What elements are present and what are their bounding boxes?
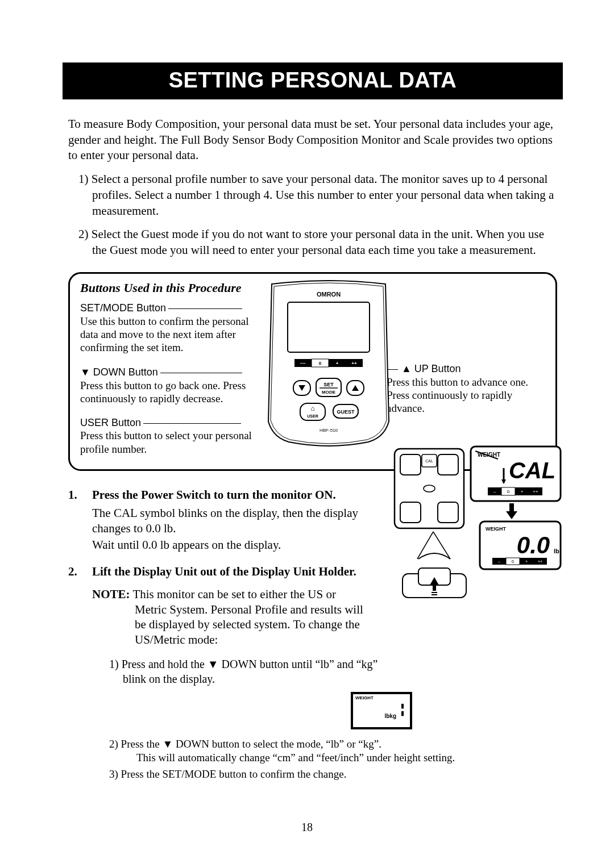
svg-marker-46: [506, 511, 517, 519]
step-1-line2: Wait until 0.0 lb appears on the display…: [92, 537, 359, 553]
leader-line: [160, 373, 242, 373]
svg-text:0: 0: [512, 560, 514, 564]
svg-rect-26: [400, 502, 421, 523]
svg-text:0: 0: [319, 361, 322, 366]
set-mode-head: SET/MODE Button: [80, 302, 166, 314]
set-mode-body: Use this button to confirm the personal …: [80, 315, 254, 354]
step-1-line1: The CAL symbol blinks on the display, th…: [92, 506, 359, 537]
svg-text:+: +: [336, 361, 339, 366]
user-body: Press this button to select your persona…: [80, 429, 254, 455]
svg-text:+: +: [521, 489, 524, 494]
down-body: Press this button to go back one. Press …: [80, 379, 254, 405]
svg-text:–: –: [498, 560, 500, 564]
svg-text:USER: USER: [307, 414, 318, 418]
right-illustration-group: CAL WEIGHT CAL – 0 +: [392, 446, 563, 608]
svg-rect-25: [438, 454, 458, 475]
mini-display-illustration: WEIGHT ▮▮ lbkg: [206, 692, 557, 729]
svg-text:−−: −−: [300, 361, 306, 366]
svg-text:lb: lb: [554, 548, 559, 554]
right-column: ▲ UP Button Press this button to advance…: [387, 362, 543, 415]
svg-rect-24: [400, 454, 421, 475]
svg-rect-45: [509, 503, 514, 511]
section-title: SETTING PERSONAL DATA: [169, 68, 457, 92]
mini-lbkg-bars: ▮▮: [401, 702, 404, 717]
svg-text:++: ++: [538, 560, 542, 564]
step-1-num: 1.: [68, 488, 92, 553]
step-2-sub1: 1) Press and hold the ▼ DOWN button unti…: [109, 657, 396, 686]
svg-text:++: ++: [351, 361, 357, 366]
svg-text:CAL: CAL: [425, 459, 433, 463]
device-illustration: OMRON −− 0 + ++: [255, 279, 403, 452]
leader-line: [143, 423, 241, 424]
svg-point-30: [424, 485, 435, 492]
left-column: SET/MODE Button Use this button to confi…: [80, 301, 254, 456]
buttons-procedure-box: Buttons Used in this Procedure SET/MODE …: [68, 272, 557, 471]
step-2-sub2: 2) Press the ▼ DOWN button to select the…: [109, 737, 557, 751]
svg-rect-65: [432, 592, 437, 593]
step-2-num: 2.: [68, 565, 92, 781]
note-body: This monitor can be set to either the US…: [130, 587, 363, 647]
svg-rect-27: [438, 502, 458, 523]
intro-text: To measure Body Composition, your person…: [68, 116, 557, 164]
user-head: USER Button: [80, 417, 141, 428]
svg-text:MODE: MODE: [322, 390, 336, 395]
step-2-sub2b: This will automatically change “cm” and …: [123, 751, 557, 765]
svg-text:++: ++: [533, 489, 538, 494]
down-block: ▼ DOWN Button Press this button to go ba…: [80, 365, 254, 405]
step-2-sub3: 3) Press the SET/MODE button to confirm …: [109, 767, 557, 781]
up-head: ▲ UP Button: [401, 363, 461, 374]
svg-text:0.0: 0.0: [517, 532, 550, 558]
option-1: 1) Select a personal profile number to s…: [78, 172, 557, 219]
step-1-title: Press the Power Switch to turn the monit…: [92, 488, 359, 502]
leader-line: [168, 308, 242, 309]
svg-text:SET: SET: [323, 382, 334, 387]
svg-text:CAL: CAL: [509, 458, 555, 483]
svg-text:0: 0: [507, 489, 510, 494]
svg-text:–: –: [493, 489, 496, 494]
mini-lbkg: lbkg: [384, 713, 396, 719]
note-label: NOTE:: [92, 587, 130, 601]
svg-text:WEIGHT: WEIGHT: [486, 526, 506, 532]
svg-text:⌂: ⌂: [310, 404, 314, 412]
page-number: 18: [0, 821, 614, 834]
svg-rect-0: [288, 302, 370, 352]
user-block: USER Button Press this button to select …: [80, 416, 254, 456]
option-2: 2) Select the Guest mode if you do not w…: [78, 227, 557, 258]
options-list: 1) Select a personal profile number to s…: [78, 172, 557, 258]
svg-rect-64: [433, 585, 436, 591]
section-title-bar: SETTING PERSONAL DATA: [63, 62, 563, 99]
svg-text:+: +: [525, 560, 528, 564]
svg-text:GUEST: GUEST: [337, 409, 355, 415]
svg-text:HBF-510: HBF-510: [320, 428, 338, 433]
mini-weight-label: WEIGHT: [355, 695, 374, 700]
up-body: Press this button to advance one. Press …: [387, 375, 543, 415]
down-head: ▼ DOWN Button: [80, 366, 158, 378]
set-mode-block: SET/MODE Button Use this button to confi…: [80, 301, 254, 354]
step-2-note: NOTE: This monitor can be set to either …: [92, 587, 371, 648]
brand-label: OMRON: [317, 291, 341, 298]
svg-rect-66: [432, 594, 437, 595]
